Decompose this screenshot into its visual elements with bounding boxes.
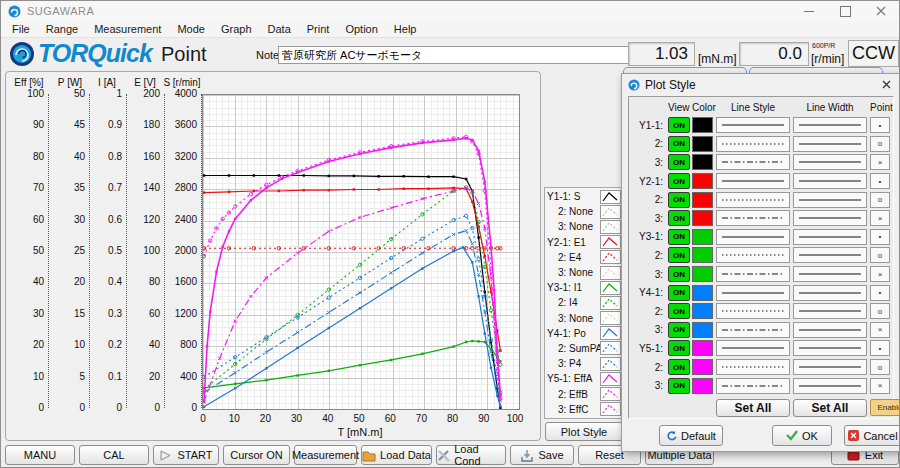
line-style-select[interactable] <box>716 303 790 319</box>
color-swatch[interactable] <box>692 247 713 263</box>
line-style-select[interactable] <box>716 285 790 301</box>
color-swatch[interactable] <box>692 136 713 152</box>
set-all-line-style-button[interactable]: Set All <box>716 399 790 417</box>
maximize-icon[interactable] <box>827 1 863 21</box>
line-width-select[interactable] <box>793 340 867 356</box>
view-on-button[interactable]: ON <box>668 154 690 170</box>
line-width-select[interactable] <box>793 378 867 394</box>
point-select[interactable]: o <box>870 136 890 152</box>
line-style-select[interactable] <box>716 173 790 189</box>
color-swatch[interactable] <box>692 303 713 319</box>
point-select[interactable]: • <box>870 340 890 356</box>
point-select[interactable]: × <box>870 154 890 170</box>
menu-item-mode[interactable]: Mode <box>169 22 213 36</box>
view-on-button[interactable]: ON <box>668 229 690 245</box>
menu-item-measurement[interactable]: Measurement <box>86 22 169 36</box>
line-width-select[interactable] <box>793 210 867 226</box>
view-on-button[interactable]: ON <box>668 266 690 282</box>
line-style-select[interactable] <box>716 136 790 152</box>
toolbar-button-save[interactable]: Save <box>510 445 574 465</box>
line-width-select[interactable] <box>793 117 867 133</box>
set-all-line-width-button[interactable]: Set All <box>793 399 867 417</box>
line-style-select[interactable] <box>716 117 790 133</box>
color-swatch[interactable] <box>692 192 713 208</box>
view-on-button[interactable]: ON <box>668 192 690 208</box>
color-swatch[interactable] <box>692 322 713 338</box>
line-width-select[interactable] <box>793 266 867 282</box>
line-style-select[interactable] <box>716 378 790 394</box>
line-style-select[interactable] <box>716 192 790 208</box>
point-select[interactable]: o <box>870 192 890 208</box>
color-swatch[interactable] <box>692 285 713 301</box>
note-input[interactable] <box>278 46 630 64</box>
toolbar-button-cal[interactable]: CAL <box>79 445 149 465</box>
color-swatch[interactable] <box>692 340 713 356</box>
toolbar-button-load-cond[interactable]: Load Cond <box>436 445 506 465</box>
point-select[interactable]: × <box>870 322 890 338</box>
line-width-select[interactable] <box>793 173 867 189</box>
line-width-select[interactable] <box>793 359 867 375</box>
toolbar-button-manu[interactable]: MANU <box>5 445 75 465</box>
view-on-button[interactable]: ON <box>668 173 690 189</box>
line-style-select[interactable] <box>716 247 790 263</box>
line-style-select[interactable] <box>716 266 790 282</box>
line-width-select[interactable] <box>793 192 867 208</box>
color-swatch[interactable] <box>692 266 713 282</box>
view-on-button[interactable]: ON <box>668 117 690 133</box>
view-on-button[interactable]: ON <box>668 322 690 338</box>
menu-item-help[interactable]: Help <box>386 22 425 36</box>
line-style-select[interactable] <box>716 210 790 226</box>
view-on-button[interactable]: ON <box>668 378 690 394</box>
line-style-select[interactable] <box>716 322 790 338</box>
view-on-button[interactable]: ON <box>668 285 690 301</box>
line-style-select[interactable] <box>716 359 790 375</box>
default-button[interactable]: Default <box>659 425 723 446</box>
line-width-select[interactable] <box>793 229 867 245</box>
view-on-button[interactable]: ON <box>668 303 690 319</box>
point-select[interactable]: × <box>870 266 890 282</box>
color-swatch[interactable] <box>692 378 713 394</box>
toolbar-button-measurement[interactable]: Measurement <box>294 445 357 465</box>
line-width-select[interactable] <box>793 154 867 170</box>
color-swatch[interactable] <box>692 117 713 133</box>
point-select[interactable]: o <box>870 303 890 319</box>
menu-item-data[interactable]: Data <box>260 22 299 36</box>
menu-item-file[interactable]: File <box>4 22 38 36</box>
plot-style-button[interactable]: Plot Style <box>545 422 623 441</box>
toolbar-button-load-data[interactable]: Load Data <box>361 445 432 465</box>
menu-item-graph[interactable]: Graph <box>213 22 260 36</box>
point-select[interactable]: o <box>870 247 890 263</box>
point-select[interactable]: • <box>870 285 890 301</box>
color-swatch[interactable] <box>692 359 713 375</box>
line-style-select[interactable] <box>716 154 790 170</box>
view-on-button[interactable]: ON <box>668 210 690 226</box>
point-select[interactable]: o <box>870 359 890 375</box>
point-select[interactable]: × <box>870 210 890 226</box>
minimize-icon[interactable] <box>791 1 827 21</box>
dialog-close-icon[interactable] <box>878 77 894 93</box>
view-on-button[interactable]: ON <box>668 247 690 263</box>
line-width-select[interactable] <box>793 136 867 152</box>
line-width-select[interactable] <box>793 285 867 301</box>
enable-button[interactable]: Enable <box>870 399 900 416</box>
line-style-select[interactable] <box>716 340 790 356</box>
line-width-select[interactable] <box>793 322 867 338</box>
menu-item-option[interactable]: Option <box>337 22 385 36</box>
ok-button[interactable]: OK <box>772 425 832 446</box>
line-width-select[interactable] <box>793 247 867 263</box>
view-on-button[interactable]: ON <box>668 136 690 152</box>
point-select[interactable]: × <box>870 378 890 394</box>
menu-item-range[interactable]: Range <box>38 22 86 36</box>
color-swatch[interactable] <box>692 210 713 226</box>
color-swatch[interactable] <box>692 229 713 245</box>
cancel-button[interactable]: Cancel <box>844 425 900 446</box>
view-on-button[interactable]: ON <box>668 359 690 375</box>
toolbar-button-cursor-on[interactable]: Cursor ON <box>223 445 290 465</box>
point-select[interactable]: • <box>870 229 890 245</box>
color-swatch[interactable] <box>692 154 713 170</box>
color-swatch[interactable] <box>692 173 713 189</box>
menu-item-print[interactable]: Print <box>299 22 338 36</box>
view-on-button[interactable]: ON <box>668 340 690 356</box>
point-select[interactable]: • <box>870 117 890 133</box>
close-icon[interactable] <box>863 1 899 21</box>
